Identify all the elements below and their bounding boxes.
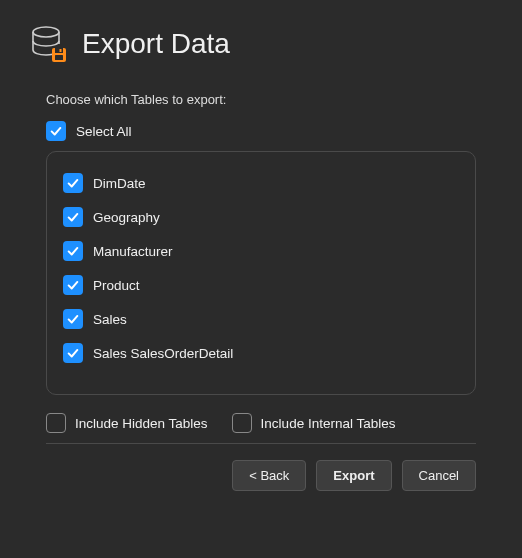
checkbox-icon bbox=[63, 275, 83, 295]
select-all-label: Select All bbox=[76, 124, 132, 139]
include-internal-checkbox[interactable]: Include Internal Tables bbox=[232, 413, 396, 433]
button-row: < Back Export Cancel bbox=[28, 460, 476, 491]
table-label: Sales SalesOrderDetail bbox=[93, 346, 233, 361]
table-row[interactable]: Product bbox=[63, 268, 459, 302]
svg-rect-4 bbox=[55, 55, 63, 60]
svg-point-0 bbox=[33, 27, 59, 37]
table-row[interactable]: Geography bbox=[63, 200, 459, 234]
checkbox-icon bbox=[63, 309, 83, 329]
export-data-dialog: Export Data Choose which Tables to expor… bbox=[0, 0, 522, 511]
cancel-button[interactable]: Cancel bbox=[402, 460, 476, 491]
checkbox-icon bbox=[46, 121, 66, 141]
dialog-title: Export Data bbox=[82, 28, 230, 60]
table-row[interactable]: Sales SalesOrderDetail bbox=[63, 336, 459, 370]
back-button[interactable]: < Back bbox=[232, 460, 306, 491]
database-save-icon bbox=[28, 24, 68, 64]
table-label: Sales bbox=[93, 312, 127, 327]
checkbox-icon bbox=[63, 173, 83, 193]
instruction-text: Choose which Tables to export: bbox=[46, 92, 494, 107]
table-label: Product bbox=[93, 278, 140, 293]
checkbox-icon bbox=[63, 241, 83, 261]
include-hidden-checkbox[interactable]: Include Hidden Tables bbox=[46, 413, 208, 433]
svg-rect-2 bbox=[55, 48, 63, 53]
table-row[interactable]: Manufacturer bbox=[63, 234, 459, 268]
table-row[interactable]: DimDate bbox=[63, 166, 459, 200]
table-label: Manufacturer bbox=[93, 244, 173, 259]
checkbox-icon bbox=[46, 413, 66, 433]
checkbox-icon bbox=[232, 413, 252, 433]
checkbox-icon bbox=[63, 207, 83, 227]
svg-rect-3 bbox=[60, 49, 62, 52]
export-button[interactable]: Export bbox=[316, 460, 391, 491]
table-label: DimDate bbox=[93, 176, 146, 191]
options-row: Include Hidden Tables Include Internal T… bbox=[46, 413, 476, 433]
checkbox-icon bbox=[63, 343, 83, 363]
divider bbox=[46, 443, 476, 444]
tables-panel: DimDate Geography Manufacturer Product S… bbox=[46, 151, 476, 395]
dialog-header: Export Data bbox=[28, 24, 494, 64]
table-row[interactable]: Sales bbox=[63, 302, 459, 336]
table-label: Geography bbox=[93, 210, 160, 225]
include-hidden-label: Include Hidden Tables bbox=[75, 416, 208, 431]
include-internal-label: Include Internal Tables bbox=[261, 416, 396, 431]
select-all-checkbox[interactable]: Select All bbox=[46, 121, 494, 141]
